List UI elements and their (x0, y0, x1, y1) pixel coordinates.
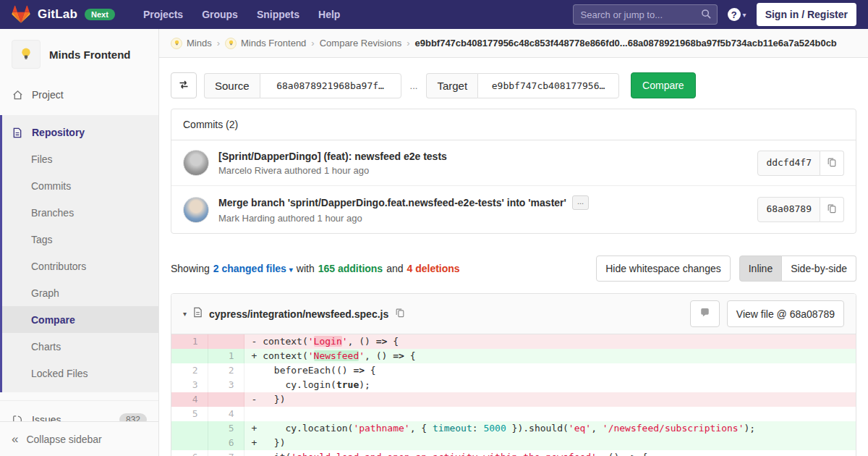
target-label: Target (426, 73, 477, 98)
old-line-number[interactable]: 5 (171, 407, 208, 421)
compare-button[interactable]: Compare (631, 72, 696, 98)
file-icon (193, 307, 203, 321)
brand-title[interactable]: GitLab (38, 7, 77, 22)
hide-whitespace-button[interactable]: Hide whitespace changes (596, 256, 731, 282)
sidebar-item-locked-files[interactable]: Locked Files (2, 360, 158, 387)
breadcrumb-separator: › (311, 38, 314, 48)
copy-icon (827, 203, 837, 216)
home-icon (12, 90, 23, 101)
new-line-number[interactable] (208, 334, 244, 349)
commits-header: Commits (2) (171, 109, 856, 140)
avatar (183, 150, 209, 176)
diff-row: 1+ context('Newsfeed', () => { (171, 349, 856, 363)
project-avatar-icon (225, 38, 237, 49)
new-line-number[interactable]: 7 (208, 450, 244, 456)
target-input[interactable] (477, 73, 619, 98)
diff-row: 67 it('should load and open an activity … (171, 450, 856, 456)
sidebar-item-commits[interactable]: Commits (2, 172, 158, 199)
old-line-number[interactable]: 1 (171, 334, 208, 349)
commit-description-expander[interactable]: ... (572, 195, 589, 210)
commit-sha[interactable]: 68a08789 (757, 197, 820, 222)
old-line-number[interactable] (171, 421, 208, 436)
commit-sha[interactable]: ddcfd4f7 (757, 151, 820, 176)
sidebar-item-project[interactable]: Project (0, 82, 158, 108)
diff-row: 1- context('Login', () => { (171, 334, 856, 349)
nav-link-groups[interactable]: Groups (192, 9, 247, 20)
collapse-sidebar-label: Collapse sidebar (26, 434, 101, 445)
changed-files-label: 2 changed files (213, 263, 286, 274)
double-chevron-left-icon: « (12, 433, 18, 445)
old-line-number[interactable]: 2 (171, 363, 208, 378)
search-input[interactable] (573, 4, 718, 25)
old-line-number[interactable] (171, 349, 208, 363)
source-input[interactable] (260, 73, 401, 98)
code-line: cy.login(true); (244, 378, 856, 392)
new-line-number[interactable]: 1 (208, 349, 244, 363)
new-line-number[interactable]: 5 (208, 421, 244, 436)
side-by-side-view-button[interactable]: Side-by-side (782, 256, 856, 282)
sidebar-item-branches[interactable]: Branches (2, 199, 158, 226)
sidebar-item-files[interactable]: Files (2, 145, 158, 172)
changed-files-dropdown[interactable]: 2 changed files ▾ (213, 263, 293, 274)
code-line: - context('Login', () => { (244, 334, 856, 349)
sidebar-item-repository[interactable]: Repository (2, 119, 158, 145)
nav-link-help[interactable]: Help (309, 9, 349, 20)
project-header[interactable]: Minds Frontend (0, 29, 158, 82)
code-line: + }) (244, 436, 856, 450)
help-menu[interactable]: ? ▾ (728, 8, 746, 21)
view-file-button[interactable]: View file @ 68a08789 (727, 300, 844, 327)
new-line-number[interactable]: 6 (208, 436, 244, 450)
collapse-file-icon[interactable]: ▾ (183, 310, 187, 318)
comment-icon (699, 308, 710, 320)
sidebar-item-contributors[interactable]: Contributors (2, 253, 158, 279)
showing-label: Showing (171, 263, 210, 274)
sidebar-item-charts[interactable]: Charts (2, 333, 158, 360)
nav-link-snippets[interactable]: Snippets (247, 9, 309, 20)
breadcrumb-separator: › (217, 38, 220, 48)
code-line (244, 407, 856, 421)
copy-file-path-icon[interactable] (395, 308, 405, 321)
old-line-number[interactable]: 3 (171, 378, 208, 392)
project-title: Minds Frontend (49, 48, 131, 61)
breadcrumb-item-minds[interactable]: Minds (171, 38, 212, 49)
toggle-comments-button[interactable] (690, 300, 720, 327)
sidebar-item-label: Project (32, 89, 64, 101)
commit-title[interactable]: Merge branch 'sprint/DapperDingo.feat.ne… (218, 197, 566, 208)
compare-form: Source ... Target Compare (171, 72, 856, 98)
new-line-number[interactable]: 3 (208, 378, 244, 392)
swap-revisions-button[interactable] (171, 72, 197, 98)
copy-sha-button[interactable] (820, 197, 844, 222)
collapse-sidebar-button[interactable]: « Collapse sidebar (0, 421, 158, 456)
signin-register-button[interactable]: Sign in / Register (757, 3, 856, 26)
swap-arrows-icon (178, 79, 190, 93)
diff-row: 33 cy.login(true); (171, 378, 856, 392)
commit-title[interactable]: [Sprint/DapperDingo] (feat): newsfeed e2… (218, 151, 447, 162)
breadcrumb: Minds › Minds Frontend › Compare Revisio… (159, 29, 868, 58)
additions-count: 165 additions (318, 263, 383, 274)
nav-link-projects[interactable]: Projects (134, 9, 192, 20)
old-line-number[interactable]: 4 (171, 392, 208, 407)
diff-row: 4- }) (171, 392, 856, 407)
new-line-number[interactable]: 4 (208, 407, 244, 421)
copy-sha-button[interactable] (820, 151, 844, 176)
new-line-number[interactable] (208, 392, 244, 407)
code-line: + context('Newsfeed', () => { (244, 349, 856, 363)
sidebar-item-tags[interactable]: Tags (2, 226, 158, 253)
sidebar-item-compare[interactable]: Compare (2, 306, 158, 333)
breadcrumb-item-compare-revisions[interactable]: Compare Revisions (320, 38, 401, 48)
commits-panel: Commits (2) [Sprint/DapperDingo] (feat):… (171, 109, 856, 234)
repo-subitems: FilesCommitsBranchesTagsContributorsGrap… (2, 145, 158, 387)
breadcrumb-item-minds-frontend[interactable]: Minds Frontend (225, 38, 306, 49)
new-line-number[interactable]: 2 (208, 363, 244, 378)
copy-icon (827, 157, 837, 169)
diff-table: 1- context('Login', () => {1+ context('N… (171, 334, 856, 456)
old-line-number[interactable]: 6 (171, 450, 208, 456)
deletions-count: 4 deletions (407, 263, 460, 274)
file-path[interactable]: cypress/integration/newsfeed.spec.js (209, 308, 388, 320)
old-line-number[interactable] (171, 436, 208, 450)
gitlab-logo-icon[interactable] (12, 5, 30, 24)
chevron-down-icon: ▾ (289, 266, 293, 274)
inline-view-button[interactable]: Inline (739, 256, 782, 282)
search-icon[interactable] (701, 9, 712, 22)
sidebar-item-graph[interactable]: Graph (2, 279, 158, 306)
